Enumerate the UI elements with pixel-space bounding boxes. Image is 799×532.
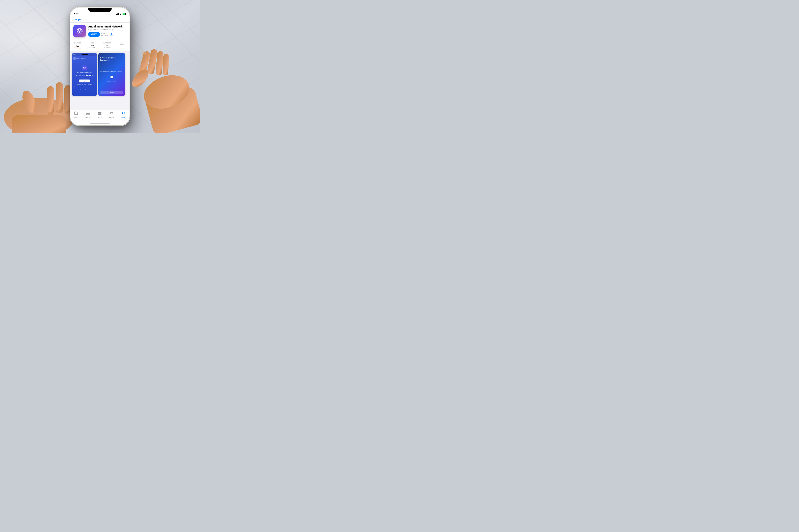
ss-time: 9:41 — [73, 54, 76, 55]
home-bar — [90, 123, 110, 124]
search-label: Search — [121, 116, 126, 118]
ss2-content: How much are you looking to invest? £25,… — [98, 63, 125, 90]
svg-rect-24 — [74, 112, 78, 115]
ss2-continue-area: Continue — [98, 90, 125, 96]
category-icon: ✈ — [106, 44, 108, 47]
star-1: ★ — [74, 47, 75, 49]
star-4: ★ — [78, 47, 80, 49]
category-label: CATEGORY — [103, 42, 111, 44]
developer-label: DE... — [121, 42, 124, 44]
svg-rect-31 — [98, 113, 100, 115]
app-name: Angel Investment Network — [88, 25, 126, 28]
screenshot-investment[interactable]: Set your preferredinvestment... How much… — [98, 53, 125, 96]
star-rating: ★ ★ ★ ★ ★ — [74, 47, 81, 49]
ss-status-bar: 9:41 ●●● — [72, 53, 97, 56]
ss-welcome-text: Welcome to Angel Investment Network. — [73, 72, 95, 76]
ss-language: Language: English — [80, 89, 88, 91]
ss-login-button[interactable]: Login — [79, 79, 90, 82]
age-label: AGE — [91, 42, 94, 44]
ss2-continue-btn[interactable]: Continue — [100, 91, 123, 94]
stat-category: CATEGORY ✈ Productivity — [100, 41, 115, 50]
screenshots-area[interactable]: 9:41 ●●● Network: Belgium pro — [70, 52, 129, 110]
phone-outer: 5:04 ▲ — [70, 7, 130, 126]
signal-icon — [116, 13, 119, 15]
nav-back[interactable]: ‹ Apps — [70, 16, 129, 23]
back-label[interactable]: Apps — [75, 18, 81, 21]
ss2-top: Set your preferredinvestment... — [98, 53, 125, 63]
star-3: ★ — [77, 47, 78, 49]
svg-point-37 — [112, 113, 113, 114]
app-tagline: Explore deals, connect, invest — [88, 28, 126, 31]
stat-age: AGE 4+ Years Old — [85, 41, 100, 50]
svg-point-28 — [87, 113, 89, 114]
nav-games[interactable]: Games — [82, 111, 94, 118]
developer-value: Mango — [120, 44, 124, 45]
arcade-icon — [110, 111, 114, 116]
ss2-range: £25,000 - £1,000,000 — [100, 81, 123, 82]
app-actions: GET In-AppPurchases — [88, 32, 126, 37]
star-2: ★ — [75, 47, 77, 49]
svg-rect-32 — [100, 113, 102, 115]
app-info: Angel Investment Network Explore deals, … — [88, 25, 126, 37]
star-5: ★ — [80, 47, 81, 49]
category-value: Productivity — [104, 47, 111, 48]
nav-apps[interactable]: Apps — [94, 111, 106, 118]
apps-label: Apps — [98, 116, 102, 118]
age-value: 4+ — [91, 44, 94, 47]
app-icon — [73, 25, 86, 37]
notch — [88, 7, 112, 12]
nav-today[interactable]: Today — [70, 111, 82, 118]
svg-line-39 — [124, 114, 125, 115]
back-chevron-icon: ‹ — [73, 17, 74, 21]
apps-icon — [98, 111, 102, 116]
screenshot-welcome[interactable]: 9:41 ●●● Network: Belgium pro — [72, 53, 97, 96]
battery-icon — [122, 13, 126, 15]
ss2-slider[interactable] — [100, 75, 123, 79]
bottom-nav: Today Games — [70, 110, 129, 121]
search-icon — [122, 111, 126, 116]
ss2-question: How much are you looking to invest? — [100, 71, 123, 72]
in-app-purchases-label: In-AppPurchases — [102, 33, 108, 36]
phone-screen: 5:04 ▲ — [70, 7, 129, 125]
svg-point-21 — [79, 31, 80, 32]
stat-developer: DE... Mango — [115, 41, 129, 50]
screen-content: 5:04 ▲ — [70, 7, 129, 125]
status-icons: ▲ — [116, 13, 126, 15]
get-button[interactable]: GET — [88, 32, 100, 37]
games-label: Games — [86, 116, 91, 118]
today-icon — [74, 111, 78, 116]
rating-value: 4.0 — [76, 44, 79, 47]
stats-row: 1 RATING 4.0 ★ ★ ★ ★ ★ AGE 4+ Year — [70, 40, 129, 52]
ss-signal: ●●● — [94, 54, 95, 55]
svg-rect-30 — [100, 112, 102, 113]
nav-arcade[interactable]: Arcade — [106, 111, 117, 118]
rating-label: 1 RATING — [74, 42, 81, 44]
wifi-icon: ▲ — [120, 13, 121, 15]
status-time: 5:04 — [74, 12, 79, 15]
ss-network-text: Network: Belgium pro — [76, 58, 86, 59]
phone: 5:04 ▲ — [70, 7, 130, 126]
ss-tos-text: By signing in you agree to our terms of … — [73, 86, 95, 89]
ss-notch-pill — [82, 54, 88, 55]
share-button[interactable] — [109, 32, 114, 36]
svg-rect-29 — [98, 112, 100, 113]
today-label: Today — [74, 116, 78, 118]
app-header: Angel Investment Network Explore deals, … — [70, 23, 129, 40]
svg-point-36 — [112, 113, 112, 114]
arcade-label: Arcade — [109, 116, 114, 118]
games-icon — [86, 111, 90, 116]
ss2-thumb[interactable] — [110, 76, 113, 78]
ss-welcome-content: Welcome to Angel Investment Network. Log… — [72, 60, 97, 96]
ss-app-logo — [82, 65, 87, 70]
nav-search[interactable]: Search — [117, 111, 129, 118]
ss-signup-text: Don't have an account? Sign Up — [77, 83, 92, 85]
ss-logo-small — [73, 57, 76, 60]
age-sub: Years Old — [90, 47, 95, 49]
stat-rating: 1 RATING 4.0 ★ ★ ★ ★ ★ — [70, 41, 85, 50]
home-indicator — [70, 121, 129, 125]
ss-network-row: Network: Belgium pro — [72, 56, 97, 60]
ss2-heading: Set your preferredinvestment... — [100, 57, 123, 61]
